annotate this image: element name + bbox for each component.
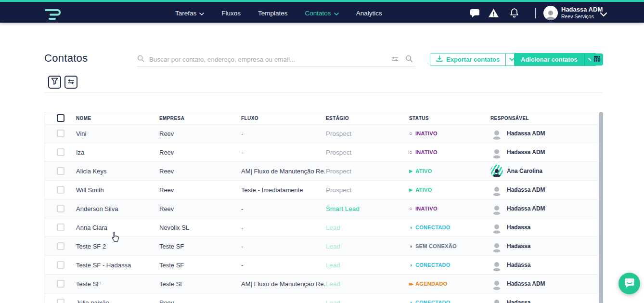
- table-row[interactable]: Júlia paixão Reev - Lead ◑ CONECTADO Had…: [45, 293, 598, 303]
- grid-icon: [593, 55, 601, 64]
- reev-logo[interactable]: [42, 6, 64, 23]
- row-checkbox[interactable]: [57, 261, 64, 269]
- contact-status: ○ INATIVO: [409, 206, 490, 211]
- contact-name: Teste SF 2: [76, 243, 159, 250]
- filter-funnel-button[interactable]: [48, 76, 61, 89]
- contact-flow: -: [241, 130, 326, 137]
- contact-status: ○ INATIVO: [409, 131, 490, 136]
- status-label: INATIVO: [415, 131, 438, 136]
- export-contacts-button[interactable]: Exportar contatos: [430, 53, 505, 66]
- table-scrollbar[interactable]: [599, 112, 603, 303]
- status-label: INATIVO: [415, 149, 438, 155]
- status-label: AGENDADO: [415, 281, 448, 287]
- chevron-down-icon: [334, 13, 339, 15]
- add-contacts-button[interactable]: Adicionar contatos: [514, 53, 584, 66]
- contact-name: Teste SF - Hadassa: [76, 262, 159, 269]
- user-menu[interactable]: Hadassa ADM Reev Serviços: [561, 6, 603, 20]
- funnel-icon: [51, 78, 58, 87]
- table-row[interactable]: Alicia Keys Reev AM| Fluxo de Manutenção…: [45, 162, 598, 181]
- chevron-down-icon: [199, 13, 204, 15]
- table-row[interactable]: Teste SF Teste SF AM| Fluxo de Manutençã…: [45, 275, 598, 293]
- owner-avatar-placeholder-icon: [490, 296, 503, 303]
- status-icon: ◑: [409, 225, 412, 230]
- row-checkbox[interactable]: [57, 130, 64, 137]
- contact-company: Reev: [159, 205, 241, 212]
- status-icon: ○: [409, 150, 412, 155]
- owner-name: Hadassa: [507, 243, 530, 250]
- status-label: SEM CONEXÃO: [415, 243, 457, 249]
- col-header-responsavel: RESPONSÁVEL: [490, 116, 598, 121]
- row-checkbox[interactable]: [57, 242, 64, 250]
- nav-item-tarefas[interactable]: Tarefas: [175, 10, 204, 17]
- filter-settings-button[interactable]: [64, 76, 77, 89]
- row-checkbox[interactable]: [57, 205, 64, 212]
- contact-company: Teste SF: [159, 280, 241, 288]
- search-submit-icon[interactable]: [405, 55, 413, 65]
- user-avatar[interactable]: [543, 6, 558, 20]
- owner-name: Ana Carolina: [507, 168, 542, 174]
- contact-owner: Hadassa ADM: [490, 202, 598, 215]
- table-row[interactable]: Anderson Silva Reev - Smart Lead ○ INATI…: [45, 199, 598, 218]
- top-navbar: Tarefas Fluxos Templates Contatos Analyt…: [0, 0, 644, 23]
- table-row[interactable]: Anna Clara Nevolix SL - Lead ◑ CONECTADO…: [45, 218, 598, 237]
- table-row[interactable]: Iza Reev - Prospect ○ INATIVO Hadassa AD…: [45, 143, 598, 162]
- contact-stage: Lead: [326, 280, 409, 288]
- contact-stage: Lead: [326, 299, 409, 303]
- owner-avatar-placeholder-icon: [490, 146, 503, 158]
- nav-item-label: Analytics: [356, 10, 382, 17]
- contact-company: Reev: [159, 168, 241, 175]
- user-org: Reev Serviços: [561, 13, 603, 20]
- contact-owner: Hadassa ADM: [490, 277, 598, 290]
- contact-stage: Lead: [326, 262, 409, 269]
- contact-name: Vini: [76, 130, 159, 137]
- status-icon: ▶: [409, 188, 412, 192]
- status-icon: ▶: [409, 169, 412, 173]
- contact-company: Reev: [159, 130, 241, 137]
- row-checkbox[interactable]: [57, 299, 64, 303]
- nav-item-contatos[interactable]: Contatos: [305, 10, 339, 17]
- contact-flow: -: [241, 299, 326, 303]
- col-header-nome: NOME: [76, 116, 159, 121]
- user-name: Hadassa ADM: [561, 6, 603, 13]
- table-row[interactable]: Teste SF 2 Teste SF - Lead ◑ SEM CONEXÃO…: [45, 237, 598, 256]
- contact-status: ◑ CONECTADO: [409, 262, 490, 268]
- search-side-icons: [391, 55, 415, 65]
- chat-icon[interactable]: [470, 9, 480, 20]
- select-all-checkbox[interactable]: [57, 114, 64, 122]
- owner-avatar-placeholder-icon: [490, 184, 503, 196]
- status-label: INATIVO: [415, 206, 438, 211]
- row-checkbox[interactable]: [57, 186, 64, 194]
- status-icon: ◑: [409, 300, 412, 303]
- user-chevron-down-icon[interactable]: [600, 10, 607, 19]
- grid-view-button[interactable]: [591, 53, 603, 66]
- advanced-filter-icon[interactable]: [391, 55, 399, 64]
- row-checkbox[interactable]: [57, 224, 64, 231]
- table-row[interactable]: Teste SF - Hadassa Teste SF - Lead ◑ CON…: [45, 256, 598, 275]
- nav-item-templates[interactable]: Templates: [258, 10, 288, 17]
- contact-company: Reev: [159, 186, 241, 194]
- row-checkbox[interactable]: [57, 280, 64, 288]
- chat-widget-button[interactable]: [618, 273, 640, 294]
- nav-item-fluxos[interactable]: Fluxos: [221, 10, 241, 17]
- search-input[interactable]: [149, 56, 386, 63]
- contact-stage: Lead: [326, 224, 409, 231]
- table-row[interactable]: Will Smith Reev Teste - Imediatamente Pr…: [45, 181, 598, 199]
- contact-name: Will Smith: [76, 186, 159, 194]
- col-header-estagio: ESTÁGIO: [326, 116, 409, 121]
- status-label: CONECTADO: [415, 224, 451, 230]
- row-checkbox[interactable]: [57, 148, 64, 156]
- contact-flow: AM| Fluxo de Manutenção Re...: [241, 168, 326, 175]
- nav-item-analytics[interactable]: Analytics: [356, 10, 382, 17]
- contact-flow: -: [241, 243, 326, 250]
- contact-company: Teste SF: [159, 262, 241, 269]
- header-separator: [44, 92, 603, 93]
- warning-icon[interactable]: [488, 8, 499, 20]
- contact-stage: Prospect: [326, 130, 409, 137]
- status-icon: ◑: [409, 244, 412, 249]
- add-contacts-split-button: Adicionar contatos: [514, 53, 597, 66]
- contact-stage: Prospect: [326, 186, 409, 194]
- bell-icon[interactable]: [510, 8, 519, 20]
- table-row[interactable]: Vini Reev - Prospect ○ INATIVO Hadassa A…: [45, 124, 598, 143]
- status-label: CONECTADO: [415, 262, 451, 268]
- row-checkbox[interactable]: [57, 167, 64, 175]
